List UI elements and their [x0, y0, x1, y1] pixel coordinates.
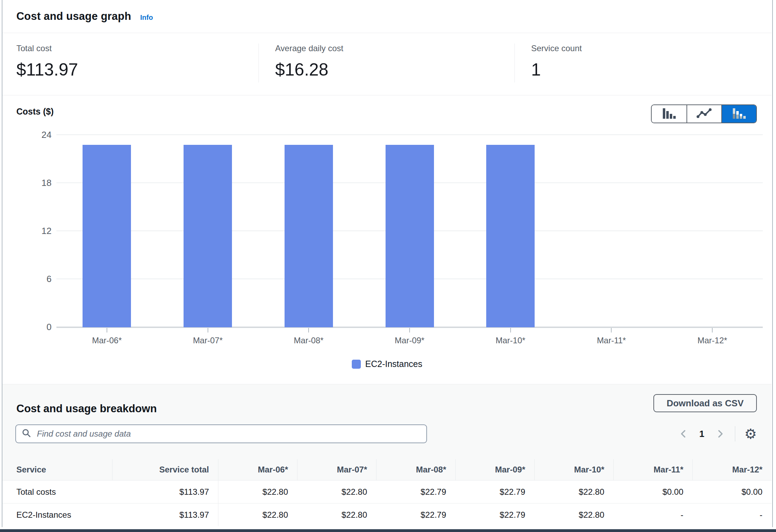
x-axis-label: Mar-11* — [561, 336, 662, 345]
stat-value: 1 — [531, 60, 771, 79]
column-header: Mar-12* — [692, 459, 771, 480]
pagination: 1 ⚙ — [679, 424, 757, 443]
x-axis-labels: Mar-06*Mar-07*Mar-08*Mar-09*Mar-10*Mar-1… — [56, 336, 763, 345]
table-row: Total costs$113.97$22.80$22.80$22.79$22.… — [2, 480, 771, 503]
table-header-row: ServiceService totalMar-06*Mar-07*Mar-08… — [2, 459, 771, 480]
table-cell: $22.80 — [297, 503, 376, 526]
column-header: Mar-08* — [376, 459, 455, 480]
table-cell: $113.97 — [112, 503, 218, 526]
chart-block: Costs ($) — [2, 95, 771, 384]
stat-value: $113.97 — [16, 60, 258, 79]
table-cell: - — [692, 503, 771, 526]
table-settings-button[interactable]: ⚙ — [744, 427, 757, 441]
page-border-right — [772, 0, 773, 527]
legend-swatch-icon — [352, 360, 361, 369]
stat-label: Total cost — [16, 44, 258, 53]
x-axis-tick-slot — [662, 328, 763, 332]
x-axis-tick — [409, 328, 410, 332]
line-chart-icon — [697, 108, 712, 120]
chart-bar[interactable] — [184, 145, 232, 327]
table-cell: Total costs — [2, 480, 112, 503]
table-cell: EC2-Instances — [2, 503, 112, 526]
stat-value: $16.28 — [275, 60, 514, 79]
y-axis-label: 18 — [27, 178, 52, 188]
x-axis-tick — [712, 328, 713, 332]
stacked-bar-chart-icon — [732, 107, 746, 121]
y-axis-label: 24 — [27, 130, 52, 140]
stat-label: Service count — [531, 44, 771, 53]
plot-area: 24181260 — [56, 134, 763, 328]
x-axis-tick — [107, 328, 107, 332]
x-axis-tick-slot — [561, 328, 662, 332]
x-axis-tick-slot — [359, 328, 460, 332]
bar-chart-icon — [662, 107, 676, 121]
table-cell: $22.80 — [297, 480, 376, 503]
y-axis-label: 12 — [27, 226, 52, 236]
table-cell: $22.80 — [534, 480, 613, 503]
info-link[interactable]: Info — [140, 14, 153, 22]
cost-usage-breakdown-container: Cost and usage breakdown Download as CSV… — [2, 384, 771, 525]
x-axis-tick — [510, 328, 511, 332]
x-axis-tick-slot — [56, 328, 157, 332]
table-cell: $22.79 — [376, 480, 455, 503]
page-title: Cost and usage graph — [16, 10, 131, 23]
column-header: Mar-10* — [534, 459, 613, 480]
stacked-bar-chart-toggle-button[interactable] — [721, 105, 756, 123]
cost-explorer-page: Cost and usage graph Info Total cost$113… — [0, 0, 776, 532]
graph-panel-header: Cost and usage graph Info — [2, 0, 771, 33]
chart-type-toggle — [651, 104, 757, 123]
x-axis-tick — [611, 328, 612, 332]
search-box — [15, 424, 427, 443]
legend-item[interactable]: EC2-Instances — [2, 359, 771, 369]
search-icon — [22, 428, 31, 439]
x-axis-tick — [308, 328, 309, 332]
chart-bar[interactable] — [83, 145, 131, 327]
table-cell: $0.00 — [692, 480, 771, 503]
x-axis-ticks — [56, 328, 763, 332]
stat-box: Average daily cost$16.28 — [258, 33, 514, 95]
download-csv-button[interactable]: Download as CSV — [653, 394, 757, 412]
table-row: EC2-Instances$113.97$22.80$22.80$22.79$2… — [2, 503, 771, 526]
cost-usage-graph-container: Cost and usage graph Info Total cost$113… — [2, 0, 771, 384]
bottom-bar — [0, 529, 776, 532]
x-axis-label: Mar-08* — [258, 336, 359, 345]
gear-icon: ⚙ — [744, 426, 757, 442]
x-axis-tick-slot — [258, 328, 359, 332]
page-number-button[interactable]: 1 — [697, 428, 706, 440]
line-chart-toggle-button[interactable] — [686, 105, 721, 123]
stat-label: Average daily cost — [275, 44, 514, 53]
x-axis-tick — [208, 328, 208, 332]
next-page-button[interactable] — [716, 429, 724, 439]
column-header: Mar-07* — [297, 459, 376, 480]
stat-box: Total cost$113.97 — [2, 33, 258, 95]
y-axis-title: Costs ($) — [16, 107, 54, 117]
cost-usage-table: ServiceService totalMar-06*Mar-07*Mar-08… — [2, 459, 771, 526]
column-header: Mar-11* — [613, 459, 692, 480]
x-axis-tick-slot — [460, 328, 561, 332]
table-cell: - — [613, 503, 692, 526]
chart-bar[interactable] — [486, 145, 535, 327]
table-cell: $22.79 — [455, 480, 534, 503]
table-cell: $22.79 — [455, 503, 534, 526]
table-cell: $22.79 — [376, 503, 455, 526]
chart-bar[interactable] — [386, 145, 434, 327]
search-input[interactable] — [36, 429, 421, 439]
column-header: Service total — [112, 459, 218, 480]
y-axis-label: 6 — [27, 274, 52, 284]
column-header: Service — [2, 459, 112, 480]
gridline — [56, 134, 763, 135]
previous-page-button[interactable] — [679, 429, 688, 439]
chart-bar[interactable] — [285, 145, 333, 327]
column-header: Mar-09* — [455, 459, 534, 480]
table-cell: $22.80 — [534, 503, 613, 526]
legend-label: EC2-Instances — [365, 359, 422, 369]
x-axis-tick-slot — [157, 328, 258, 332]
table-cell: $113.97 — [112, 480, 218, 503]
x-axis-label: Mar-09* — [359, 336, 460, 345]
column-header: Mar-06* — [218, 459, 297, 480]
table-cell: $22.80 — [218, 503, 297, 526]
bar-chart-toggle-button[interactable] — [652, 105, 686, 123]
pagination-divider — [735, 426, 735, 441]
stats-row: Total cost$113.97Average daily cost$16.2… — [2, 33, 771, 95]
y-axis-label: 0 — [27, 322, 52, 332]
